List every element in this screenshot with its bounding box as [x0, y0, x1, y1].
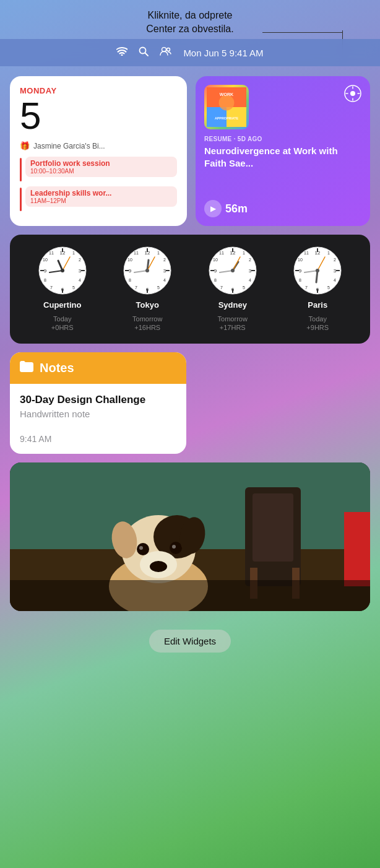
svg-text:12: 12 — [230, 250, 235, 256]
svg-text:2: 2 — [163, 258, 166, 262]
svg-text:7: 7 — [135, 285, 137, 290]
svg-text:WORK: WORK — [220, 92, 234, 97]
svg-text:11: 11 — [49, 251, 54, 255]
world-clock-widget[interactable]: 12 3 6 9 1 2 4 5 7 8 10 11 Cupertino — [10, 235, 370, 344]
clock-paris: 12 3 6 9 1 2 4 5 7 8 10 11 Paris Today+9… — [293, 246, 342, 332]
note-title: 30-Day Design Challenge — [20, 394, 176, 406]
svg-text:10: 10 — [43, 258, 48, 262]
note-subtitle: Handwritten note — [20, 409, 176, 419]
svg-point-111 — [170, 542, 182, 554]
clock-face-tokyo: 12 3 6 9 1 2 4 5 7 8 10 11 — [123, 246, 172, 295]
svg-text:5: 5 — [157, 285, 160, 290]
svg-text:3: 3 — [249, 268, 252, 274]
svg-text:7: 7 — [220, 285, 223, 290]
notes-header: Notes — [10, 352, 186, 384]
svg-text:5: 5 — [72, 285, 75, 290]
svg-text:8: 8 — [299, 278, 301, 282]
svg-text:12: 12 — [315, 250, 321, 256]
podcast-play-area[interactable]: ▶ 56m — [204, 200, 361, 217]
svg-text:5: 5 — [327, 285, 330, 290]
podcast-cover-svg: WORK APPROPRIATE — [207, 85, 246, 129]
podcast-widget[interactable]: WORK APPROPRIATE RESUME · 5D AGO Neurodi… — [196, 76, 370, 226]
svg-point-12 — [350, 91, 355, 96]
birthday-icon: 🎁 — [20, 141, 30, 150]
svg-text:7: 7 — [50, 285, 53, 290]
svg-point-54 — [145, 269, 149, 272]
photo-widget[interactable] — [10, 462, 370, 611]
svg-text:4: 4 — [163, 278, 166, 282]
clock-face-cupertino: 12 3 6 9 1 2 4 5 7 8 10 11 — [38, 246, 87, 295]
svg-text:1: 1 — [243, 251, 245, 255]
svg-text:10: 10 — [127, 258, 132, 262]
calendar-birthday: 🎁 Jasmine Garcia's Bi... — [20, 141, 177, 150]
svg-text:1: 1 — [72, 251, 75, 255]
svg-text:8: 8 — [44, 278, 46, 282]
svg-text:9: 9 — [129, 268, 132, 274]
podcast-top: WORK APPROPRIATE — [204, 85, 361, 129]
svg-point-112 — [172, 545, 176, 549]
user-switch-icon[interactable] — [160, 47, 172, 58]
svg-text:8: 8 — [129, 278, 131, 282]
svg-text:1: 1 — [327, 251, 330, 255]
svg-text:3: 3 — [334, 268, 337, 274]
svg-point-109 — [137, 543, 149, 555]
svg-line-1 — [145, 53, 149, 56]
menubar: Mon Jun 5 9:41 AM — [0, 39, 380, 66]
svg-text:9: 9 — [214, 268, 217, 274]
event-time-1: 10:00–10:30AM — [30, 168, 172, 175]
clock-day-sydney: Tomorrow+17HRS — [218, 315, 248, 332]
svg-text:11: 11 — [134, 251, 139, 255]
svg-text:6: 6 — [231, 287, 235, 292]
notes-content: 30-Day Design Challenge Handwritten note… — [10, 384, 186, 454]
svg-text:6: 6 — [316, 287, 319, 292]
podcasts-app-icon — [344, 85, 361, 106]
calendar-widget[interactable]: MONDAY 5 🎁 Jasmine Garcia's Bi... Portfo… — [10, 76, 187, 226]
clock-face-sydney: 12 3 6 9 1 2 4 5 7 8 10 11 — [208, 246, 257, 295]
svg-rect-100 — [253, 493, 293, 562]
calendar-date: 5 — [20, 97, 177, 135]
event-bg-1: Portfolio work session 10:00–10:30AM — [25, 157, 177, 177]
dog-photo-svg — [10, 462, 370, 611]
svg-point-96 — [316, 269, 319, 272]
tooltip-text: Kliknite, da odprete Center za obvestila… — [37, 9, 343, 35]
svg-rect-115 — [10, 580, 370, 611]
clock-city-tokyo: Tokyo — [136, 300, 159, 310]
clock-city-paris: Paris — [308, 300, 327, 310]
svg-text:4: 4 — [79, 278, 81, 282]
edit-widgets-button[interactable]: Edit Widgets — [149, 630, 231, 653]
notes-folder-icon — [20, 361, 33, 375]
play-button[interactable]: ▶ — [204, 200, 222, 217]
svg-text:3: 3 — [79, 268, 82, 274]
calendar-event-1: Portfolio work session 10:00–10:30AM — [20, 157, 177, 181]
event-title-2: Leadership skills wor... — [30, 189, 172, 197]
clock-tokyo: 12 3 6 9 1 2 4 5 7 8 10 11 Tokyo Tomorro… — [123, 246, 172, 332]
svg-text:6: 6 — [61, 287, 64, 292]
svg-rect-103 — [344, 512, 370, 586]
top-widgets-row: MONDAY 5 🎁 Jasmine Garcia's Bi... Portfo… — [10, 76, 370, 226]
note-time: 9:41 AM — [20, 434, 176, 444]
edit-widgets-area: Edit Widgets — [10, 620, 370, 667]
svg-text:10: 10 — [213, 258, 218, 262]
event-time-2: 11AM–12PM — [30, 197, 172, 204]
notes-widget[interactable]: Notes 30-Day Design Challenge Handwritte… — [10, 352, 186, 454]
event-title-1: Portfolio work session — [30, 159, 172, 168]
podcast-meta: RESUME · 5D AGO — [204, 136, 361, 142]
svg-text:7: 7 — [305, 285, 308, 290]
svg-text:2: 2 — [79, 258, 81, 262]
svg-text:9: 9 — [44, 268, 47, 274]
svg-text:1: 1 — [157, 251, 160, 255]
svg-text:9: 9 — [299, 268, 302, 274]
clock-sydney: 12 3 6 9 1 2 4 5 7 8 10 11 Sydney Tomorr… — [208, 246, 257, 332]
wifi-icon[interactable] — [116, 47, 127, 58]
svg-text:11: 11 — [219, 251, 224, 255]
widgets-area: MONDAY 5 🎁 Jasmine Garcia's Bi... Portfo… — [0, 66, 380, 680]
svg-point-110 — [139, 546, 143, 550]
podcast-title: Neurodivergence at Work with Faith Sae..… — [204, 145, 361, 169]
event-bar-1 — [20, 158, 22, 181]
svg-text:12: 12 — [59, 250, 65, 256]
tooltip-pointer-line — [262, 32, 343, 33]
calendar-event-2: Leadership skills wor... 11AM–12PM — [20, 186, 177, 211]
birthday-text: Jasmine Garcia's Bi... — [33, 142, 105, 150]
search-icon[interactable] — [139, 46, 149, 59]
svg-text:10: 10 — [298, 258, 303, 262]
